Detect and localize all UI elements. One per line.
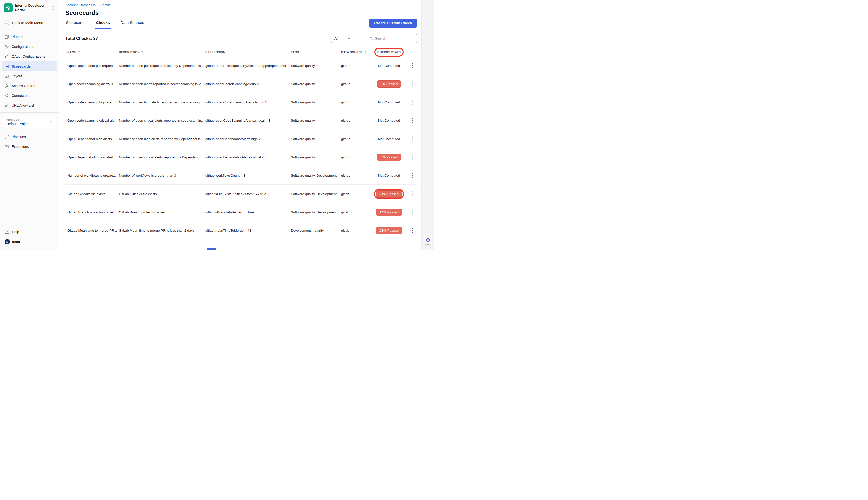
check-data-source: gitlab xyxy=(339,192,369,196)
create-custom-check-button[interactable]: Create Custom Check xyxy=(369,19,417,27)
check-tags: Software quality xyxy=(289,64,339,68)
pagination-page[interactable]: ‹ xyxy=(195,248,203,250)
sort-icon[interactable] xyxy=(365,50,367,54)
table-row: Open secret scanning alerts is ... Numbe… xyxy=(65,75,417,93)
kebab-menu-icon[interactable] xyxy=(410,116,414,125)
table-toolbar: Total Checks: 37 All xyxy=(65,34,417,43)
sort-icon[interactable] xyxy=(141,50,143,54)
column-header-checks_stats[interactable]: CHECKS STATS xyxy=(369,50,407,54)
sidebar-item-url-allow-list[interactable]: URL Allow List xyxy=(2,101,57,110)
check-description: Number of open high alerts reported by D… xyxy=(117,137,203,141)
divider xyxy=(0,112,59,113)
tab-data-sources[interactable]: Data Sources xyxy=(120,17,145,29)
kebab-menu-icon[interactable] xyxy=(410,98,414,106)
avatar: D xyxy=(4,239,10,245)
sidebar-item-configurations[interactable]: Configurations xyxy=(2,42,57,52)
check-expression: gitlab.isFileExists.".gitleaks.toml" == … xyxy=(203,192,289,196)
help-button[interactable]: Help xyxy=(0,226,59,236)
tab-label: Checks xyxy=(96,20,110,25)
check-data-source: github xyxy=(339,100,369,104)
kebab-menu-icon[interactable] xyxy=(410,171,414,180)
column-header-label: DATA SOURCE xyxy=(341,51,363,54)
pagination-page[interactable]: 1 xyxy=(208,248,216,250)
column-header-data_source[interactable]: DATA SOURCE xyxy=(339,50,369,54)
check-tags: Software quality, Development... xyxy=(289,211,339,214)
sort-icon[interactable] xyxy=(78,50,80,54)
tab-checks[interactable]: Checks xyxy=(96,17,110,29)
stats-badge: 0% Passed xyxy=(377,154,401,161)
check-description: Number of open critical alerts reported … xyxy=(117,155,203,159)
table-body: Open Dependabot pull request... Number o… xyxy=(65,56,417,239)
sidebar-item-executions[interactable]: Executions xyxy=(2,142,57,151)
sidebar-item-layout[interactable]: Layout xyxy=(2,71,57,81)
breadcrumb-admin-link[interactable]: Admin xyxy=(100,3,110,7)
filter-dropdown[interactable]: All xyxy=(331,34,363,43)
column-header-expression[interactable]: EXPRESSION xyxy=(203,50,289,54)
page-title: Scorecards xyxy=(65,9,417,16)
check-tags: Software quality xyxy=(289,119,339,123)
stats-text: Not Computed xyxy=(378,64,400,68)
sidebar-item-label: Pipelines xyxy=(12,135,26,139)
kebab-menu-icon[interactable] xyxy=(410,134,414,143)
kebab-menu-icon[interactable] xyxy=(410,207,414,216)
app-grid-icon[interactable] xyxy=(52,6,56,10)
table-row: Open code scanning high alert... Number … xyxy=(65,93,417,111)
check-description: Number of open pull requests raised by D… xyxy=(117,64,203,68)
check-stats: Not Computed xyxy=(369,119,407,123)
check-data-source: github xyxy=(339,155,369,159)
table-row: GitLab Branch protection is set GitLab B… xyxy=(65,203,417,221)
search-input[interactable] xyxy=(375,36,421,41)
sidebar-item-pipelines[interactable]: Pipelines xyxy=(2,132,57,141)
tab-scorecards[interactable]: Scorecards xyxy=(65,17,86,29)
check-tags: Software quality, Development... xyxy=(289,174,339,178)
kebab-menu-icon[interactable] xyxy=(410,79,414,88)
check-stats: 0% Passed xyxy=(369,80,407,88)
sidebar-item-access-control[interactable]: Access Control xyxy=(2,81,57,91)
sidebar-item-label: Scorecards xyxy=(12,64,31,68)
check-tags: Software quality xyxy=(289,137,339,141)
tab-label: Scorecards xyxy=(66,20,86,25)
person-icon xyxy=(4,84,9,88)
sidebar-item-connectors[interactable]: Connectors xyxy=(2,91,57,100)
pagination-page[interactable]: 2 xyxy=(220,248,228,250)
app-title: Internal Developer Portal xyxy=(15,3,45,12)
kebab-menu-icon[interactable] xyxy=(410,61,414,70)
column-header-description[interactable]: DESCRIPTION xyxy=(117,50,203,54)
breadcrumb-account-link[interactable]: Account: Harness.io xyxy=(65,3,96,7)
kebab-menu-icon[interactable] xyxy=(410,226,414,235)
kebab-menu-icon[interactable] xyxy=(410,189,414,198)
column-header-name[interactable]: NAME xyxy=(65,50,117,54)
breadcrumb: Account: Harness.io › Admin xyxy=(65,3,417,7)
main-panel: Account: Harness.io › Admin Scorecards S… xyxy=(59,0,421,250)
project-selector[interactable]: PROJECT Default Project xyxy=(3,116,56,128)
back-to-main-menu[interactable]: Back to Main Menu xyxy=(0,16,59,30)
pagination-page[interactable]: 3 xyxy=(233,248,241,250)
check-description: GitLab Branch protection is set xyxy=(117,211,203,214)
user-menu[interactable]: D deba xyxy=(0,236,59,248)
check-data-source: github xyxy=(339,174,369,178)
column-header-actions[interactable] xyxy=(407,52,418,53)
check-description: Number of workflows is greater than 3 xyxy=(117,174,203,178)
check-data-source: github xyxy=(339,137,369,141)
check-expression: github.openPullRequestsByAccount."app/de… xyxy=(203,64,289,68)
check-expression: gitlab.isBranchProtected == true xyxy=(203,211,289,214)
pagination-page[interactable]: 4 xyxy=(245,248,253,250)
sidebar-item-oauth-configurations[interactable]: OAuth Configurations xyxy=(2,52,57,61)
app-window: Internal Developer Portal Back to Main M… xyxy=(0,0,434,250)
sidebar-item-plugins[interactable]: Plugins xyxy=(2,32,57,42)
kebab-menu-icon[interactable] xyxy=(410,152,414,161)
check-stats: Not Computed xyxy=(369,100,407,104)
check-data-source: gitlab xyxy=(339,229,369,232)
column-header-tags[interactable]: TAGS xyxy=(289,50,339,54)
check-tags: Software quality xyxy=(289,100,339,104)
aida-assistant-button[interactable]: AIDA xyxy=(422,237,434,246)
check-stats: Not Computed xyxy=(369,174,407,178)
check-expression: gitlab.meanTimeToMerge < 48 xyxy=(203,229,289,232)
pagination-page[interactable]: › xyxy=(258,248,266,250)
check-description: Number of open critical alerts reported … xyxy=(117,119,203,123)
column-header-label: CHECKS STATS xyxy=(378,51,401,54)
sidebar: Internal Developer Portal Back to Main M… xyxy=(0,0,59,250)
plug-icon xyxy=(4,94,9,98)
sidebar-item-scorecards[interactable]: Scorecards xyxy=(2,61,57,71)
check-stats: 21% Passed xyxy=(369,227,407,234)
